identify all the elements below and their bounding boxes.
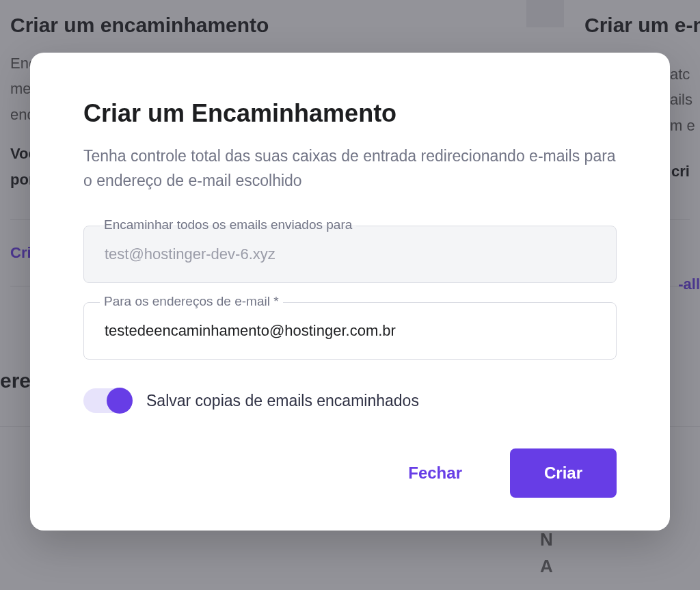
from-email-input [83,226,617,283]
from-field-group: Encaminhar todos os emails enviados para [83,226,617,283]
modal-title: Criar um Encaminhamento [83,99,617,128]
modal-subtitle: Tenha controle total das suas caixas de … [83,144,617,193]
save-copies-toggle[interactable] [83,388,131,413]
close-button[interactable]: Fechar [388,450,483,496]
to-field-group: Para os endereços de e-mail * [83,302,617,360]
save-copies-row: Salvar copias de emails encaminhados [83,388,617,413]
to-field-label: Para os endereços de e-mail * [100,294,283,309]
modal-footer: Fechar Criar [83,448,617,498]
modal-overlay[interactable]: Criar um Encaminhamento Tenha controle t… [0,0,700,590]
create-button[interactable]: Criar [510,448,617,498]
save-copies-label: Salvar copias de emails encaminhados [146,392,419,410]
toggle-knob [107,388,133,414]
create-forward-modal: Criar um Encaminhamento Tenha controle t… [30,53,670,531]
to-email-input[interactable] [83,302,617,360]
from-field-label: Encaminhar todos os emails enviados para [100,217,356,232]
